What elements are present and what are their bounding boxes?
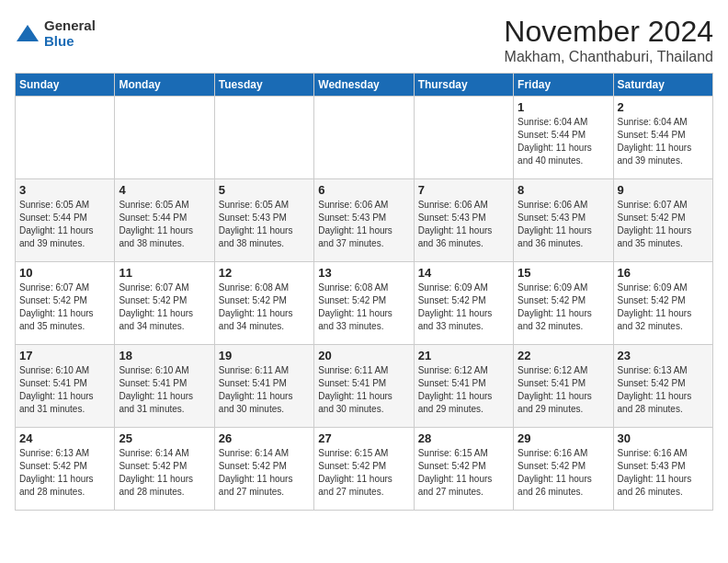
calendar-cell: 4Sunrise: 6:05 AM Sunset: 5:44 PM Daylig… (115, 179, 214, 262)
day-of-week-header: Tuesday (214, 74, 313, 97)
cell-info: Sunrise: 6:13 AM Sunset: 5:42 PM Dayligh… (19, 447, 110, 499)
day-number: 8 (518, 183, 609, 197)
calendar-cell (414, 97, 513, 179)
cell-info: Sunrise: 6:05 AM Sunset: 5:44 PM Dayligh… (119, 199, 210, 250)
day-number: 10 (19, 266, 110, 280)
title-block: November 2024 Makham, Chanthaburi, Thail… (504, 15, 713, 65)
cell-info: Sunrise: 6:14 AM Sunset: 5:42 PM Dayligh… (219, 447, 310, 499)
calendar-cell: 3Sunrise: 6:05 AM Sunset: 5:44 PM Daylig… (16, 179, 115, 262)
day-number: 1 (518, 100, 609, 114)
cell-info: Sunrise: 6:14 AM Sunset: 5:42 PM Dayligh… (119, 447, 210, 499)
day-number: 4 (119, 183, 210, 197)
calendar-cell: 11Sunrise: 6:07 AM Sunset: 5:42 PM Dayli… (115, 262, 214, 345)
calendar-cell: 26Sunrise: 6:14 AM Sunset: 5:42 PM Dayli… (214, 428, 313, 511)
calendar-cell: 8Sunrise: 6:06 AM Sunset: 5:43 PM Daylig… (514, 179, 613, 262)
cell-info: Sunrise: 6:10 AM Sunset: 5:41 PM Dayligh… (19, 364, 110, 416)
cell-info: Sunrise: 6:16 AM Sunset: 5:42 PM Dayligh… (518, 447, 609, 499)
cell-info: Sunrise: 6:09 AM Sunset: 5:42 PM Dayligh… (618, 282, 709, 333)
calendar-week-row: 24Sunrise: 6:13 AM Sunset: 5:42 PM Dayli… (16, 428, 713, 511)
day-number: 7 (418, 183, 509, 197)
calendar-cell: 16Sunrise: 6:09 AM Sunset: 5:42 PM Dayli… (613, 262, 712, 345)
calendar-cell: 10Sunrise: 6:07 AM Sunset: 5:42 PM Dayli… (16, 262, 115, 345)
calendar-cell: 23Sunrise: 6:13 AM Sunset: 5:42 PM Dayli… (613, 345, 712, 428)
day-number: 24 (19, 431, 110, 445)
day-number: 18 (119, 349, 210, 362)
day-number: 2 (618, 100, 709, 114)
day-of-week-header: Wednesday (314, 74, 414, 97)
day-number: 5 (219, 183, 310, 197)
calendar-cell: 19Sunrise: 6:11 AM Sunset: 5:41 PM Dayli… (214, 345, 313, 428)
day-number: 28 (418, 431, 509, 445)
calendar-cell: 6Sunrise: 6:06 AM Sunset: 5:43 PM Daylig… (314, 179, 414, 262)
calendar-week-row: 10Sunrise: 6:07 AM Sunset: 5:42 PM Dayli… (16, 262, 713, 345)
calendar-cell: 1Sunrise: 6:04 AM Sunset: 5:44 PM Daylig… (514, 97, 613, 179)
day-number: 9 (618, 183, 709, 197)
day-number: 22 (518, 349, 609, 362)
day-number: 14 (418, 266, 509, 280)
day-number: 26 (219, 431, 310, 445)
calendar-cell: 14Sunrise: 6:09 AM Sunset: 5:42 PM Dayli… (414, 262, 513, 345)
day-number: 25 (119, 431, 210, 445)
calendar-week-row: 17Sunrise: 6:10 AM Sunset: 5:41 PM Dayli… (16, 345, 713, 428)
page-header: General Blue November 2024 Makham, Chant… (15, 15, 713, 65)
cell-info: Sunrise: 6:12 AM Sunset: 5:41 PM Dayligh… (418, 364, 509, 416)
cell-info: Sunrise: 6:15 AM Sunset: 5:42 PM Dayligh… (418, 447, 509, 499)
day-number: 30 (618, 431, 709, 445)
calendar-cell: 30Sunrise: 6:16 AM Sunset: 5:43 PM Dayli… (613, 428, 712, 511)
logo: General Blue (15, 18, 96, 49)
cell-info: Sunrise: 6:06 AM Sunset: 5:43 PM Dayligh… (418, 199, 509, 250)
day-number: 23 (618, 349, 709, 362)
day-of-week-header: Saturday (613, 74, 712, 97)
day-number: 3 (19, 183, 110, 197)
cell-info: Sunrise: 6:05 AM Sunset: 5:43 PM Dayligh… (219, 199, 310, 250)
day-of-week-header: Monday (115, 74, 214, 97)
calendar-cell (16, 97, 115, 179)
day-number: 27 (318, 431, 409, 445)
cell-info: Sunrise: 6:11 AM Sunset: 5:41 PM Dayligh… (318, 364, 409, 416)
day-number: 21 (418, 349, 509, 362)
calendar-cell (115, 97, 214, 179)
calendar-cell: 5Sunrise: 6:05 AM Sunset: 5:43 PM Daylig… (214, 179, 313, 262)
cell-info: Sunrise: 6:09 AM Sunset: 5:42 PM Dayligh… (518, 282, 609, 333)
cell-info: Sunrise: 6:06 AM Sunset: 5:43 PM Dayligh… (318, 199, 409, 250)
cell-info: Sunrise: 6:16 AM Sunset: 5:43 PM Dayligh… (618, 447, 709, 499)
cell-info: Sunrise: 6:07 AM Sunset: 5:42 PM Dayligh… (618, 199, 709, 250)
day-number: 19 (219, 349, 310, 362)
day-number: 11 (119, 266, 210, 280)
calendar-cell: 29Sunrise: 6:16 AM Sunset: 5:42 PM Dayli… (514, 428, 613, 511)
cell-info: Sunrise: 6:08 AM Sunset: 5:42 PM Dayligh… (219, 282, 310, 333)
day-number: 12 (219, 266, 310, 280)
day-number: 6 (318, 183, 409, 197)
calendar-cell: 7Sunrise: 6:06 AM Sunset: 5:43 PM Daylig… (414, 179, 513, 262)
calendar-cell: 9Sunrise: 6:07 AM Sunset: 5:42 PM Daylig… (613, 179, 712, 262)
cell-info: Sunrise: 6:04 AM Sunset: 5:44 PM Dayligh… (618, 116, 709, 167)
cell-info: Sunrise: 6:13 AM Sunset: 5:42 PM Dayligh… (618, 364, 709, 416)
cell-info: Sunrise: 6:07 AM Sunset: 5:42 PM Dayligh… (19, 282, 110, 333)
calendar-week-row: 1Sunrise: 6:04 AM Sunset: 5:44 PM Daylig… (16, 97, 713, 179)
day-number: 13 (318, 266, 409, 280)
month-title: November 2024 (504, 15, 713, 49)
calendar-table: SundayMondayTuesdayWednesdayThursdayFrid… (15, 73, 713, 511)
cell-info: Sunrise: 6:05 AM Sunset: 5:44 PM Dayligh… (19, 199, 110, 250)
calendar-cell: 25Sunrise: 6:14 AM Sunset: 5:42 PM Dayli… (115, 428, 214, 511)
day-number: 20 (318, 349, 409, 362)
logo-icon (15, 21, 40, 47)
svg-marker-0 (17, 25, 39, 41)
calendar-cell: 12Sunrise: 6:08 AM Sunset: 5:42 PM Dayli… (214, 262, 313, 345)
day-number: 15 (518, 266, 609, 280)
calendar-cell: 17Sunrise: 6:10 AM Sunset: 5:41 PM Dayli… (16, 345, 115, 428)
location-title: Makham, Chanthaburi, Thailand (504, 49, 713, 65)
cell-info: Sunrise: 6:09 AM Sunset: 5:42 PM Dayligh… (418, 282, 509, 333)
calendar-cell: 27Sunrise: 6:15 AM Sunset: 5:42 PM Dayli… (314, 428, 414, 511)
day-number: 17 (19, 349, 110, 362)
day-of-week-header: Thursday (414, 74, 513, 97)
cell-info: Sunrise: 6:08 AM Sunset: 5:42 PM Dayligh… (318, 282, 409, 333)
day-number: 16 (618, 266, 709, 280)
calendar-cell: 28Sunrise: 6:15 AM Sunset: 5:42 PM Dayli… (414, 428, 513, 511)
day-number: 29 (518, 431, 609, 445)
cell-info: Sunrise: 6:12 AM Sunset: 5:41 PM Dayligh… (518, 364, 609, 416)
cell-info: Sunrise: 6:10 AM Sunset: 5:41 PM Dayligh… (119, 364, 210, 416)
day-of-week-header: Sunday (16, 74, 115, 97)
calendar-cell (214, 97, 313, 179)
calendar-cell: 21Sunrise: 6:12 AM Sunset: 5:41 PM Dayli… (414, 345, 513, 428)
